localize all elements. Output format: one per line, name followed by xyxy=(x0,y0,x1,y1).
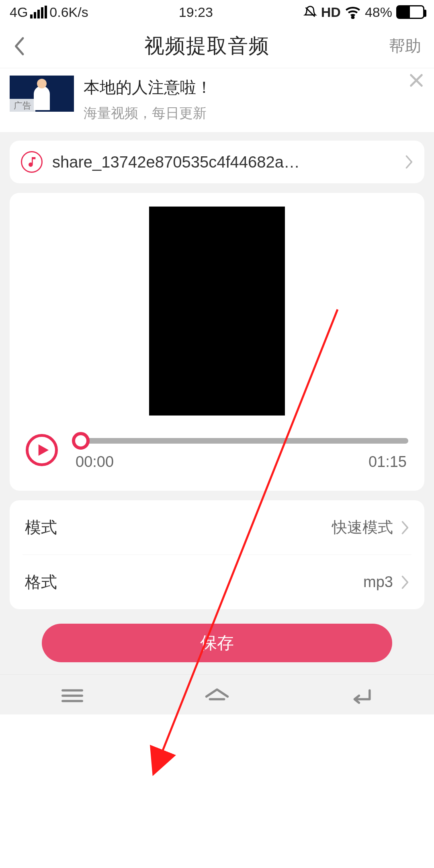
wifi-icon xyxy=(345,5,361,19)
chevron-right-icon xyxy=(404,154,413,170)
signal-icon xyxy=(30,6,47,18)
time-current: 00:00 xyxy=(76,453,114,471)
time-duration: 01:15 xyxy=(368,453,407,471)
battery-icon xyxy=(396,5,424,19)
settings-card: 模式 快速模式 格式 mp3 xyxy=(10,500,424,609)
mode-value: 快速模式 xyxy=(332,517,393,538)
chevron-right-icon xyxy=(400,575,409,590)
ad-title: 本地的人注意啦！ xyxy=(84,76,424,98)
seek-thumb[interactable] xyxy=(72,432,90,450)
video-preview-card: 00:00 01:15 xyxy=(10,193,424,491)
music-icon xyxy=(21,151,43,173)
recent-apps-icon[interactable] xyxy=(59,685,86,705)
setting-mode[interactable]: 模式 快速模式 xyxy=(23,500,411,555)
setting-format[interactable]: 格式 mp3 xyxy=(23,555,411,609)
app-header: 视频提取音频 帮助 xyxy=(0,24,434,68)
status-bar: 4G 0.6K/s 19:23 HD 48% xyxy=(0,0,434,24)
page-title: 视频提取音频 xyxy=(25,33,389,59)
seek-bar[interactable] xyxy=(74,438,408,444)
data-speed: 0.6K/s xyxy=(49,4,88,20)
ad-subtitle: 海量视频，每日更新 xyxy=(84,104,424,123)
clock: 19:23 xyxy=(179,4,213,20)
help-button[interactable]: 帮助 xyxy=(389,35,421,57)
format-value: mp3 xyxy=(363,573,393,591)
system-nav-bar xyxy=(0,674,434,714)
close-icon[interactable] xyxy=(408,72,424,88)
mute-icon xyxy=(303,5,317,19)
save-button[interactable]: 保存 xyxy=(42,624,392,662)
chevron-right-icon xyxy=(400,520,409,535)
network-type: 4G xyxy=(10,4,28,20)
mode-label: 模式 xyxy=(25,516,57,538)
back-icon[interactable] xyxy=(13,36,25,56)
ad-badge: 广告 xyxy=(10,99,35,113)
file-row[interactable]: share_13742e870535c4f44682a… xyxy=(10,141,424,183)
file-name: share_13742e870535c4f44682a… xyxy=(52,153,395,171)
battery-pct: 48% xyxy=(365,4,392,20)
back-nav-icon[interactable] xyxy=(348,685,375,705)
play-button[interactable] xyxy=(26,434,58,466)
home-icon[interactable] xyxy=(204,685,230,705)
svg-marker-3 xyxy=(39,444,49,456)
hd-label: HD xyxy=(321,4,341,20)
svg-point-0 xyxy=(352,16,354,18)
format-label: 格式 xyxy=(25,571,57,593)
ad-banner[interactable]: 广告 本地的人注意啦！ 海量视频，每日更新 xyxy=(0,68,434,133)
ad-thumbnail: 广告 xyxy=(10,76,74,112)
video-preview[interactable] xyxy=(149,207,285,416)
